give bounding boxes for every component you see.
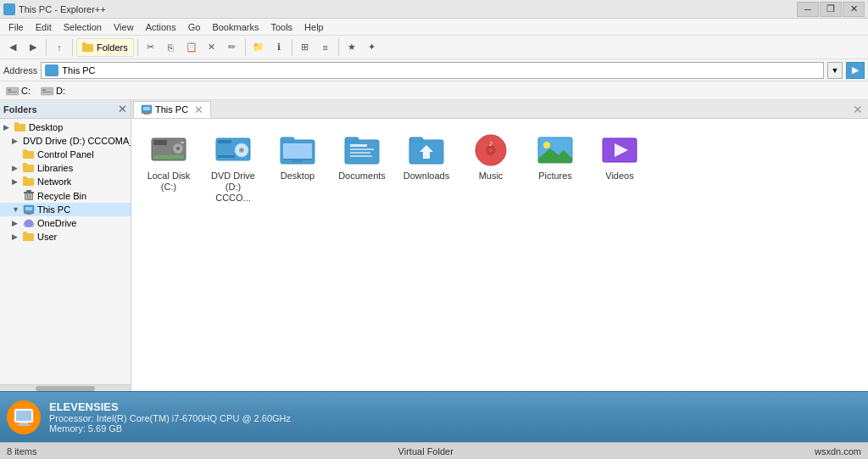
menu-selection[interactable]: Selection bbox=[58, 20, 107, 34]
downloads-icon bbox=[406, 130, 447, 171]
bookmark-button[interactable]: ✦ bbox=[363, 38, 381, 57]
sidebar-item-dvd[interactable]: ▶ DVD Drive (D:) CCCOMA_X64I... bbox=[0, 134, 131, 148]
sidebar-item-onedrive[interactable]: ▶ OneDrive bbox=[0, 216, 131, 230]
sidebar-item-controlpanel[interactable]: Control Panel bbox=[0, 148, 131, 161]
svg-rect-6 bbox=[42, 89, 46, 91]
folders-button[interactable]: Folders bbox=[76, 38, 134, 57]
menu-help[interactable]: Help bbox=[299, 20, 329, 34]
svg-rect-42 bbox=[153, 155, 184, 159]
music-label: Music bbox=[479, 171, 504, 182]
view-button[interactable]: ⊞ bbox=[296, 38, 314, 57]
svg-rect-52 bbox=[283, 143, 312, 160]
sidebar-scrollbar[interactable] bbox=[0, 384, 131, 391]
toolbar-separator-6 bbox=[338, 39, 339, 56]
svg-rect-3 bbox=[8, 89, 11, 91]
panel-close-button[interactable]: ✕ bbox=[849, 103, 866, 116]
svg-rect-4 bbox=[8, 92, 17, 92]
documents-label: Documents bbox=[338, 171, 386, 182]
file-item-local-disk[interactable]: Local Disk (C:) bbox=[138, 126, 199, 209]
star-button[interactable]: ★ bbox=[342, 38, 361, 57]
sidebar-item-thispc[interactable]: ▼ This PC bbox=[0, 203, 131, 216]
sidebar-item-network[interactable]: ▶ Network bbox=[0, 175, 131, 188]
file-item-downloads[interactable]: Downloads bbox=[396, 126, 457, 209]
menu-tools[interactable]: Tools bbox=[265, 20, 298, 34]
file-item-dvd[interactable]: DVD Drive (D:) CCCO... bbox=[203, 126, 264, 209]
address-go-button[interactable]: ▶ bbox=[846, 62, 865, 79]
file-item-music[interactable]: ♪ Music bbox=[460, 126, 521, 209]
expand-icon-cp bbox=[12, 150, 20, 159]
menu-bookmarks[interactable]: Bookmarks bbox=[207, 20, 264, 34]
status-bar: ELEVENSIES Processor: Intel(R) Core(TM) … bbox=[0, 391, 868, 442]
toolbar: ◀ ▶ ↑ Folders ✂ ⎘ 📋 ✕ ✏ 📁 ℹ ⊞ ≡ ★ ✦ bbox=[0, 36, 868, 59]
address-dropdown[interactable]: ▼ bbox=[827, 62, 843, 79]
videos-label: Videos bbox=[605, 171, 633, 182]
content-tab-thispc[interactable]: This PC ✕ bbox=[133, 101, 211, 118]
expand-icon-lib: ▶ bbox=[12, 164, 20, 172]
onedrive-icon bbox=[23, 219, 35, 227]
sidebar-libraries-label: Libraries bbox=[37, 163, 73, 173]
drive-d-item[interactable]: D: bbox=[38, 85, 68, 97]
hdd-icon bbox=[150, 133, 187, 167]
address-label: Address bbox=[3, 65, 37, 76]
copy-button[interactable]: ⎘ bbox=[162, 38, 181, 57]
delete-button[interactable]: ✕ bbox=[203, 38, 221, 57]
drive-c-icon bbox=[6, 86, 19, 96]
videos-icon bbox=[599, 130, 640, 171]
drive-c-item[interactable]: C: bbox=[3, 85, 33, 97]
svg-rect-20 bbox=[24, 192, 34, 193]
sidebar-item-user[interactable]: ▶ User bbox=[0, 230, 131, 243]
content-tab-close[interactable]: ✕ bbox=[194, 104, 203, 116]
forward-button[interactable]: ▶ bbox=[24, 38, 42, 57]
cp-folder-icon bbox=[23, 149, 35, 160]
svg-rect-35 bbox=[142, 112, 152, 114]
content-main: Local Disk (C:) DVD Drive (D:) CCCO... bbox=[131, 119, 868, 391]
cut-button[interactable]: ✂ bbox=[142, 38, 160, 57]
svg-rect-59 bbox=[350, 152, 370, 154]
tab-pc-icon bbox=[141, 104, 153, 115]
svg-rect-8 bbox=[14, 124, 25, 132]
rename-button[interactable]: ✏ bbox=[223, 38, 242, 57]
menu-view[interactable]: View bbox=[108, 20, 139, 34]
sidebar-item-libraries[interactable]: ▶ Libraries bbox=[0, 161, 131, 175]
new-folder-button[interactable]: 📁 bbox=[249, 38, 268, 57]
sort-button[interactable]: ≡ bbox=[316, 38, 335, 57]
svg-rect-54 bbox=[292, 160, 303, 162]
sidebar-item-desktop[interactable]: ▶ Desktop bbox=[0, 120, 131, 134]
file-item-desktop[interactable]: Desktop bbox=[267, 126, 328, 209]
minimize-button[interactable]: ─ bbox=[797, 2, 819, 17]
sidebar-onedrive-label: OneDrive bbox=[37, 218, 76, 228]
pc-status-icon bbox=[7, 400, 41, 434]
file-item-documents[interactable]: Documents bbox=[331, 126, 392, 209]
toolbar-separator-1 bbox=[46, 39, 47, 56]
dvd-drive-label: DVD Drive (D:) CCCO... bbox=[207, 171, 259, 204]
menu-edit[interactable]: Edit bbox=[31, 20, 57, 34]
file-item-videos[interactable]: Videos bbox=[589, 126, 650, 209]
address-field[interactable]: This PC bbox=[41, 62, 824, 79]
svg-rect-28 bbox=[25, 207, 32, 210]
menu-go[interactable]: Go bbox=[183, 20, 206, 34]
menu-actions[interactable]: Actions bbox=[141, 20, 181, 34]
sidebar-dvd-label: DVD Drive (D:) CCCOMA_X64I... bbox=[23, 136, 131, 146]
up-button[interactable]: ↑ bbox=[50, 38, 69, 57]
svg-rect-13 bbox=[23, 151, 34, 159]
svg-rect-15 bbox=[23, 165, 34, 172]
title-bar-controls: ─ ❐ ✕ bbox=[797, 2, 865, 17]
svg-rect-5 bbox=[41, 87, 53, 95]
svg-point-31 bbox=[25, 220, 33, 227]
sidebar-close-button[interactable]: ✕ bbox=[118, 104, 127, 115]
properties-button[interactable]: ℹ bbox=[270, 38, 288, 57]
drive-c-label: C: bbox=[21, 86, 31, 96]
svg-rect-51 bbox=[281, 137, 294, 142]
back-button[interactable]: ◀ bbox=[3, 38, 22, 57]
expand-icon-net: ▶ bbox=[12, 177, 20, 186]
restore-button[interactable]: ❐ bbox=[820, 2, 842, 17]
main-area: Folders ✕ ▶ Desktop ▶ DVD Drive (D:) CCC… bbox=[0, 100, 868, 391]
menu-file[interactable]: File bbox=[3, 20, 29, 34]
paste-button[interactable]: 📋 bbox=[182, 38, 201, 57]
music-icon-svg: ♪ bbox=[472, 133, 509, 167]
sidebar-item-recycle[interactable]: Recycle Bin bbox=[0, 188, 131, 203]
close-button[interactable]: ✕ bbox=[843, 2, 865, 17]
file-item-pictures[interactable]: Pictures bbox=[525, 126, 586, 209]
pc-name: ELEVENSIES bbox=[49, 400, 291, 413]
sidebar-header-label: Folders bbox=[3, 104, 37, 115]
